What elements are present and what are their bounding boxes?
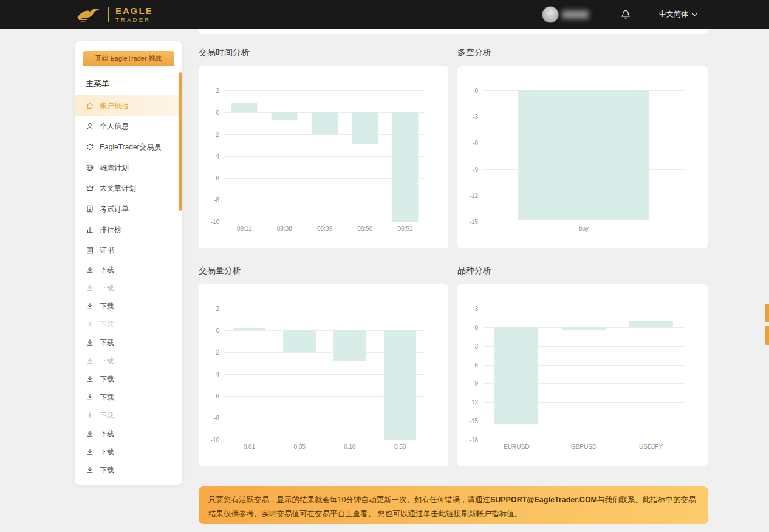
download-icon bbox=[86, 393, 94, 401]
y-tick-label: 2 bbox=[216, 87, 219, 94]
sidebar-item-download[interactable]: 下载 bbox=[75, 279, 182, 297]
download-icon bbox=[86, 466, 94, 474]
start-challenge-button[interactable]: 开始 EagleTrader 挑战 bbox=[83, 51, 174, 66]
bar bbox=[562, 327, 606, 330]
chart-title: 交易时间分析 bbox=[199, 47, 448, 58]
sidebar-item-leaderboard[interactable]: 排行榜 bbox=[75, 219, 182, 240]
x-tick-label: 08:38 bbox=[277, 225, 292, 232]
avatar[interactable] bbox=[542, 6, 559, 23]
globe-icon bbox=[86, 163, 94, 172]
sidebar-item-certificates[interactable]: 证书 bbox=[75, 240, 182, 261]
download-icon bbox=[86, 284, 94, 292]
sidebar-item-download[interactable]: 下载 bbox=[75, 388, 182, 406]
sidebar-item-download[interactable]: 下载 bbox=[75, 297, 182, 315]
chart-card: 20-2-4-6-8-10 0.010.050.100.50 bbox=[199, 284, 448, 466]
language-selector[interactable]: 中文简体 bbox=[659, 9, 697, 19]
y-tick-label: -15 bbox=[470, 219, 478, 225]
x-tick-label: buy bbox=[579, 225, 589, 232]
brand-divider bbox=[108, 7, 109, 22]
y-tick-label: -10 bbox=[211, 437, 219, 443]
chart-card: 30-3-6-9-12-15-18 EURUSDGBPUSDUSDJPY bbox=[457, 284, 708, 466]
floating-widget[interactable] bbox=[765, 326, 769, 345]
support-email[interactable]: SUPPORT@EagleTrader.COM bbox=[490, 496, 597, 504]
sidebar-item-label: 证书 bbox=[100, 245, 114, 256]
x-axis: 0.010.050.100.50 bbox=[224, 443, 425, 452]
sidebar-scrollbar[interactable] bbox=[179, 72, 182, 211]
sidebar-item-label: 下载 bbox=[100, 465, 114, 476]
bar bbox=[518, 90, 649, 220]
refresh-icon bbox=[86, 143, 94, 151]
sidebar-item-account-overview[interactable]: 账户概括 bbox=[75, 95, 182, 116]
y-tick-label: -4 bbox=[214, 153, 219, 160]
language-label: 中文简体 bbox=[659, 9, 688, 19]
x-tick-label: EURUSD bbox=[504, 443, 529, 450]
y-tick-label: -12 bbox=[470, 399, 478, 406]
sidebar-item-grand-medal-plan[interactable]: 大奖章计划 bbox=[75, 178, 182, 199]
y-tick-label: -12 bbox=[470, 192, 478, 199]
download-list: 下载 下载 下载 下载 下载 下载 下载 下载 下载 下载 bbox=[75, 261, 182, 479]
chevron-down-icon bbox=[692, 13, 697, 16]
gridline bbox=[224, 222, 425, 222]
y-tick-label: -2 bbox=[214, 349, 219, 355]
sidebar-item-download[interactable]: 下载 bbox=[75, 443, 182, 461]
user-menu[interactable] bbox=[542, 6, 589, 23]
gridline bbox=[483, 440, 685, 440]
notification-bell-icon[interactable] bbox=[620, 9, 631, 21]
username-redacted bbox=[562, 10, 589, 19]
document-icon bbox=[86, 205, 94, 213]
sidebar-item-download[interactable]: 下载 bbox=[75, 333, 182, 352]
floating-widget[interactable] bbox=[765, 304, 769, 322]
chart-card: 0-3-6-9-12-15 buy bbox=[457, 66, 708, 248]
y-tick-label: -6 bbox=[214, 392, 219, 399]
download-icon bbox=[86, 356, 94, 365]
gridline bbox=[483, 309, 685, 309]
sidebar-item-label: 雄鹰计划 bbox=[100, 163, 129, 173]
sidebar-item-download[interactable]: 下载 bbox=[75, 406, 182, 425]
chart-section-symbols: 品种分析 30-3-6-9-12-15-18 EURUSDGBPUSDUSDJP… bbox=[457, 265, 708, 466]
y-tick-label: -8 bbox=[214, 197, 219, 203]
sidebar-item-label: 下载 bbox=[100, 356, 114, 366]
user-icon bbox=[86, 122, 94, 131]
sidebar-item-label: 下载 bbox=[100, 374, 114, 384]
sidebar-item-download[interactable]: 下载 bbox=[75, 425, 182, 443]
bar bbox=[283, 330, 316, 352]
bar-chart: 20-2-4-6-8-10 0.010.050.100.50 bbox=[199, 284, 448, 466]
sidebar-item-download[interactable]: 下载 bbox=[75, 370, 182, 388]
sidebar-item-label: 下载 bbox=[100, 447, 114, 457]
sidebar-item-eagle-plan[interactable]: 雄鹰计划 bbox=[75, 157, 182, 178]
sidebar-item-download[interactable]: 下载 bbox=[75, 261, 182, 279]
sidebar-item-eagletrader-trader[interactable]: EagleTrader交易员 bbox=[75, 137, 182, 157]
download-icon bbox=[86, 411, 94, 420]
sidebar-item-download[interactable]: 下载 bbox=[75, 352, 182, 370]
sidebar-item-download[interactable]: 下载 bbox=[75, 315, 182, 333]
sidebar-item-label: 下载 bbox=[100, 429, 114, 439]
x-tick-label: 08:39 bbox=[317, 225, 332, 232]
x-axis: buy bbox=[483, 225, 685, 234]
bar bbox=[312, 112, 338, 135]
sidebar-section-title: 主菜单 bbox=[75, 73, 182, 95]
download-icon bbox=[86, 429, 94, 438]
gridline bbox=[224, 90, 425, 91]
y-tick-label: -6 bbox=[473, 140, 478, 146]
sidebar-item-label: 考试订单 bbox=[100, 204, 129, 214]
crown-icon bbox=[86, 184, 94, 193]
y-axis: 20-2-4-6-8-10 bbox=[199, 309, 222, 440]
y-axis: 20-2-4-6-8-10 bbox=[199, 90, 222, 222]
y-tick-label: -9 bbox=[473, 166, 478, 172]
chart-section-trade-time: 交易时间分析 20-2-4-6-8-10 08:1108:3808:3908:5… bbox=[199, 47, 448, 248]
notice-text-before: 只要您有活跃交易，显示的结果就会每10分钟自动更新一次。如有任何错误，请通过 bbox=[208, 496, 490, 504]
x-tick-label: 08:50 bbox=[357, 225, 372, 232]
chart-title: 品种分析 bbox=[457, 265, 708, 276]
plot-area bbox=[224, 90, 425, 222]
bar bbox=[392, 112, 418, 222]
y-tick-label: 0 bbox=[474, 87, 478, 94]
sidebar-item-exam-orders[interactable]: 考试订单 bbox=[75, 199, 182, 219]
bar-chart: 20-2-4-6-8-10 08:1108:3808:3908:5008:51 bbox=[199, 66, 448, 248]
sidebar-item-download[interactable]: 下载 bbox=[75, 461, 182, 479]
brand-logo: EAGLE TRADER bbox=[74, 6, 153, 23]
plot-area bbox=[224, 309, 425, 440]
eagle-logo-icon bbox=[74, 6, 102, 22]
y-tick-label: -6 bbox=[214, 174, 219, 181]
sidebar-item-profile[interactable]: 个人信息 bbox=[75, 116, 182, 137]
y-tick-label: -3 bbox=[473, 343, 478, 349]
